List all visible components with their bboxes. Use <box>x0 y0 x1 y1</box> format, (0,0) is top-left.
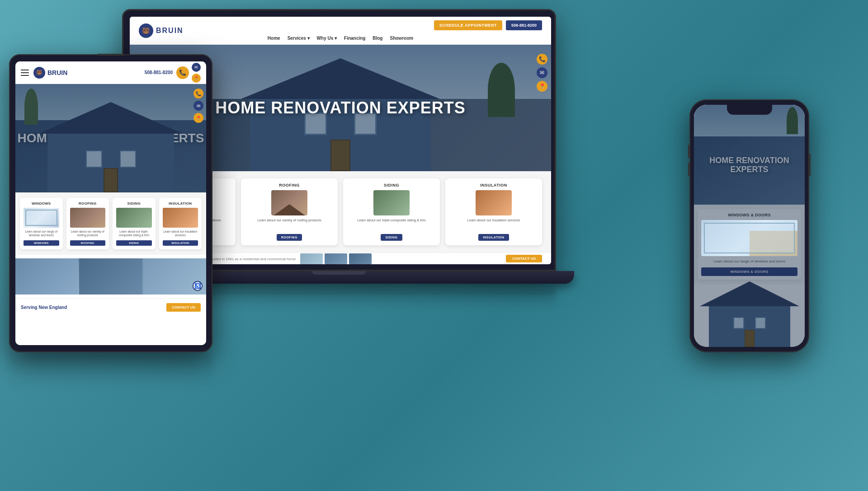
tablet-card-siding-text: Learn about our triple-composite siding … <box>116 230 152 238</box>
tablet-phone-float-icon[interactable]: 📞 <box>193 89 203 98</box>
laptop-card-siding: SIDING Learn about our triple-composite … <box>343 178 440 245</box>
laptop-card-insulation-title: INSULATION <box>480 183 507 187</box>
tablet-card-roofing-img <box>70 208 106 228</box>
tablet-phone-number: 508-881-8200 <box>145 70 173 75</box>
tablet-cards-row: WINDOWS Learn about our range of windows… <box>20 198 202 249</box>
tablet-frame: 🐻 BRUIN 508-881-8200 📞 ✉ 📍 <box>9 54 212 352</box>
laptop-card-insulation-text: Learn about our insulation services <box>467 218 520 230</box>
tablet-menu-line-1 <box>21 70 29 70</box>
tablet-device: 🐻 BRUIN 508-881-8200 📞 ✉ 📍 <box>9 54 212 352</box>
laptop-card-roofing-img <box>271 190 307 215</box>
nav-blog[interactable]: Blog <box>373 36 382 41</box>
phone-screen: 🐻 BRUIN 📞 HOME <box>694 105 805 347</box>
tablet-top-btn <box>97 54 124 56</box>
tablet-card-siding-btn[interactable]: SIDING <box>116 240 152 246</box>
tablet-card-roofing: ROOFING Learn about our variety of roofi… <box>66 198 109 249</box>
tablet-card-windows: WINDOWS Learn about our range of windows… <box>20 198 63 249</box>
laptop-header: 🐻 BRUIN SCHEDULE APPOINTMENT 508-881-820… <box>130 17 551 45</box>
tablet-menu-line-3 <box>21 75 29 76</box>
laptop-card-roofing-title: ROOFING <box>279 183 300 187</box>
laptop-location-icon[interactable]: 📍 <box>537 81 547 92</box>
tablet-right-icons: 📞 ✉ 📍 <box>193 89 203 123</box>
tablet-footer-text: Serving New England <box>21 305 67 310</box>
laptop-schedule-btn[interactable]: SCHEDULE APPOINTMENT <box>434 20 502 30</box>
tablet-logo-text: BRUIN <box>47 69 67 76</box>
laptop-phone-icon[interactable]: 📞 <box>537 54 547 65</box>
laptop-card-insulation-img <box>476 190 512 215</box>
laptop-right-icons: 📞 ✉ 📍 <box>537 54 547 92</box>
tablet-photo-strip: ♿ <box>15 258 206 295</box>
laptop-card-siding-title: SIDING <box>384 183 399 187</box>
laptop-contact-btn[interactable]: CONTACT US <box>506 255 542 262</box>
tablet-logo-icon: 🐻 <box>33 67 45 79</box>
nav-financing[interactable]: Financing <box>344 36 365 41</box>
nav-showroom[interactable]: Showroom <box>390 36 413 41</box>
nav-why-us[interactable]: Why Us ▾ <box>317 36 337 41</box>
tablet-card-siding-img <box>116 208 152 228</box>
phone-notch <box>727 105 772 115</box>
phone-hero: HOME RENOVATION EXPERTS <box>694 126 805 205</box>
laptop-card-siding-btn[interactable]: SIDING <box>381 234 402 241</box>
laptop-card-insulation-btn[interactable]: INSULATION <box>478 234 509 241</box>
tablet-card-windows-btn[interactable]: WINDOWS <box>24 240 59 246</box>
tablet-contact-btn[interactable]: CONTACT US <box>166 303 201 312</box>
tablet-screen: 🐻 BRUIN 508-881-8200 📞 ✉ 📍 <box>15 61 206 345</box>
tablet-cards-section: WINDOWS Learn about our range of windows… <box>15 192 206 255</box>
nav-home[interactable]: Home <box>268 36 280 41</box>
laptop-logo-text: BRUIN <box>156 27 184 35</box>
tablet-logo: 🐻 BRUIN <box>33 67 67 79</box>
laptop-card-siding-text: Learn about our triple-composite siding … <box>357 218 425 230</box>
phone-vol-down-btn[interactable] <box>688 163 689 176</box>
laptop-card-roofing-btn[interactable]: ROOFING <box>277 234 302 241</box>
tablet-email-float-icon[interactable]: ✉ <box>193 101 203 111</box>
laptop-nav: Home Services ▾ Why Us ▾ Financing Blog … <box>268 36 413 41</box>
phone-vol-up-btn[interactable] <box>688 145 689 158</box>
laptop-logo: 🐻 BRUIN <box>139 23 184 38</box>
tablet-card-roofing-title: ROOFING <box>70 201 106 206</box>
laptop-card-insulation: INSULATION Learn about our insulation se… <box>445 178 542 245</box>
laptop-card-siding-img <box>373 190 410 215</box>
laptop-card-roofing-text: Learn about our variety of roofing produ… <box>257 218 321 230</box>
tablet-card-insulation-text: Learn about our insulation services <box>163 230 198 238</box>
tablet-card-insulation-title: INSULATION <box>163 201 198 206</box>
tablet-card-insulation: INSULATION Learn about our insulation se… <box>159 198 202 249</box>
tablet-menu-icon[interactable] <box>21 70 29 76</box>
phone-card-img <box>701 220 797 256</box>
tablet-card-roofing-text: Learn about our variety of roofing produ… <box>70 230 106 238</box>
nav-services[interactable]: Services ▾ <box>288 36 310 41</box>
tablet-card-roofing-btn[interactable]: ROOFING <box>70 240 106 246</box>
tablet-accessibility-icon[interactable]: ♿ <box>193 281 203 291</box>
tablet-menu-line-2 <box>21 72 29 73</box>
laptop-logo-icon: 🐻 <box>139 23 153 38</box>
tablet-card-siding-title: SIDING <box>116 201 152 206</box>
laptop-phone-btn[interactable]: 508-881-8200 <box>506 20 542 30</box>
laptop-hero-title: HOME RENOVATION EXPERTS <box>215 99 466 117</box>
laptop-card-roofing: ROOFING Learn about our variety of roofi… <box>241 178 338 245</box>
tablet-card-insulation-btn[interactable]: INSULATION <box>163 240 198 246</box>
tablet-card-windows-text: Learn about our range of windows and doo… <box>24 230 59 238</box>
laptop-email-icon[interactable]: ✉ <box>537 67 547 78</box>
tablet-footer: Serving New England CONTACT US <box>15 298 206 316</box>
tablet-card-windows-title: WINDOWS <box>24 201 59 206</box>
tablet-hero: HOME RENOVATION EXPERTS 📞 ✉ 📍 <box>15 84 206 192</box>
tablet-card-insulation-img <box>163 208 198 228</box>
laptop-cta-buttons: SCHEDULE APPOINTMENT 508-881-8200 <box>434 20 542 30</box>
tablet-card-windows-img <box>24 208 59 228</box>
tablet-location-float-icon[interactable]: 📍 <box>193 113 203 123</box>
tablet-phone-btn[interactable]: 📞 <box>176 66 189 79</box>
phone-device: 🐻 BRUIN 📞 HOME <box>689 99 809 352</box>
tablet-header: 🐻 BRUIN 508-881-8200 📞 ✉ 📍 <box>15 61 206 84</box>
phone-power-btn[interactable] <box>809 154 811 176</box>
tablet-card-siding: SIDING Learn about our triple-composite … <box>113 198 156 249</box>
tablet-reflection <box>9 352 212 388</box>
phone-frame: 🐻 BRUIN 📞 HOME <box>689 99 809 352</box>
